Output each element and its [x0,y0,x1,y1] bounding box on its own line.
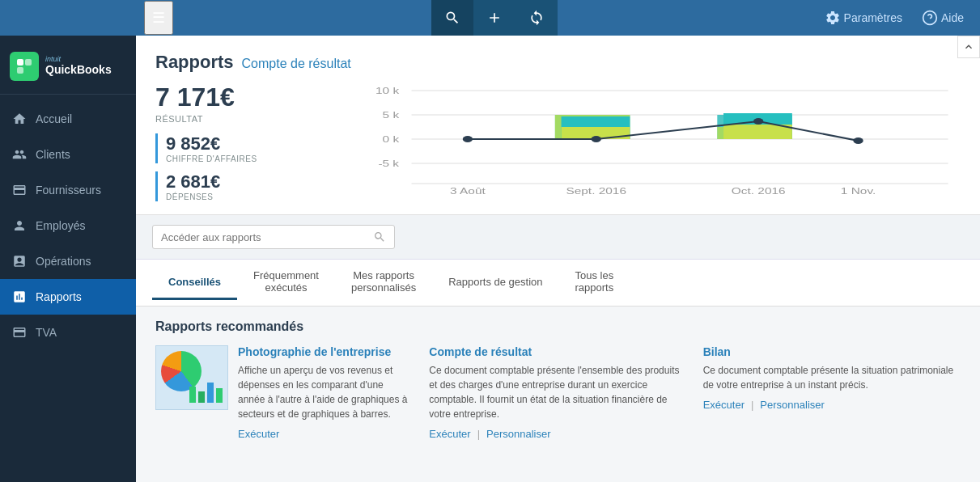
tab-tous-rapports[interactable]: Tous les rapports [559,260,630,306]
help-icon [922,10,938,26]
sidebar: intuit QuickBooks Accueil Clients [0,36,136,482]
chart-svg: 10 k 5 k 0 k -5 k [337,82,961,196]
add-nav-button[interactable] [473,0,515,36]
svg-rect-3 [17,67,23,74]
svg-text:Oct. 2016: Oct. 2016 [732,187,786,196]
tabs-bar: Conseillés Fréquemment exécutés Mes rapp… [136,260,980,307]
bar3 [207,383,214,403]
chart-row: 7 171€ RÉSULTAT 9 852€ CHIFFRE D'AFFAIRE… [155,82,961,201]
sidebar-item-employes[interactable]: Employés [0,208,136,243]
search-box [152,225,395,249]
content-area: Rapports Compte de résultat 7 171€ RÉSUL… [136,36,980,482]
sidebar-item-label: Opérations [36,255,91,268]
execute-action-bilan[interactable]: Exécuter [703,399,745,411]
report-card-compte: Compte de résultat Ce document comptable… [429,345,686,440]
svg-point-21 [463,136,473,142]
expenses-value: 2 681€ [166,171,317,192]
svg-rect-2 [25,59,32,66]
search-bar-area [136,215,980,260]
operations-icon [11,253,28,269]
sidebar-item-accueil[interactable]: Accueil [0,101,136,137]
expenses-stat: 2 681€ DÉPENSES [155,171,317,201]
sidebar-item-fournisseurs[interactable]: Fournisseurs [0,172,136,208]
report-cards: Photographie de l'entreprise Affiche un … [155,345,961,440]
revenue-stat: 9 852€ CHIFFRE D'AFFAIRES [155,133,317,163]
revenue-label: CHIFFRE D'AFFAIRES [166,154,317,163]
execute-action-compte[interactable]: Exécuter [429,428,470,440]
page-subtitle: Compte de résultat [242,57,351,71]
report-desc-photographie: Affiche un aperçu de vos revenus et dépe… [238,363,413,421]
svg-point-24 [853,137,863,144]
report-title-compte[interactable]: Compte de résultat [429,345,686,358]
tab-rapports-gestion[interactable]: Rapports de gestion [432,266,558,300]
settings-button[interactable]: Paramètres [817,0,910,36]
clients-icon [11,146,28,163]
nav-center-buttons [173,0,817,36]
recommended-section: Rapports recommandés [136,307,980,453]
main-layout: intuit QuickBooks Accueil Clients [0,36,980,482]
svg-point-22 [592,136,601,142]
report-title-photographie[interactable]: Photographie de l'entreprise [238,345,413,358]
tab-frequemment[interactable]: Fréquemment exécutés [237,260,335,306]
top-navigation: ☰ Paramètres Aide [0,0,980,36]
chart-section: Rapports Compte de résultat 7 171€ RÉSUL… [136,36,980,215]
sync-icon [528,10,545,26]
report-actions-bilan: Exécuter | Personnaliser [703,399,961,411]
section-title: Rapports recommandés [155,319,961,334]
tva-icon [11,324,28,340]
sidebar-item-rapports[interactable]: Rapports [0,279,136,315]
tab-conseilles[interactable]: Conseillés [152,266,237,300]
personalize-action-compte[interactable]: Personnaliser [486,428,551,440]
search-nav-button[interactable] [431,0,473,36]
svg-rect-1 [17,59,23,66]
main-stat: 7 171€ RÉSULTAT [155,82,317,124]
report-actions-compte: Exécuter | Personnaliser [429,428,686,440]
sidebar-item-label: Rapports [36,290,82,303]
sidebar-navigation: Accueil Clients Fournisseurs Employés [0,95,136,350]
svg-rect-20 [723,125,792,139]
report-desc-compte: Ce document comptable présente l'ensembl… [429,363,686,421]
help-button[interactable]: Aide [914,0,972,36]
bar-chart-icon [189,378,223,403]
svg-text:10 k: 10 k [375,87,400,96]
svg-text:1 Nov.: 1 Nov. [841,187,876,196]
chevron-up-icon [962,40,975,53]
revenue-value: 9 852€ [166,133,317,154]
sidebar-item-operations[interactable]: Opérations [0,243,136,279]
sidebar-item-clients[interactable]: Clients [0,137,136,172]
svg-text:0 k: 0 k [383,135,400,145]
search-input[interactable] [161,231,373,243]
top-nav-right: Paramètres Aide [817,0,972,36]
sidebar-item-label: TVA [36,326,57,339]
plus-icon [486,10,503,26]
help-label: Aide [941,11,964,24]
personalize-action-bilan[interactable]: Personnaliser [760,399,825,411]
sidebar-logo: intuit QuickBooks [0,44,136,95]
bar2 [198,391,205,403]
svg-text:-5 k: -5 k [378,159,399,169]
sidebar-item-label: Accueil [36,112,72,125]
svg-point-23 [753,118,763,125]
sidebar-item-tva[interactable]: TVA [0,315,136,350]
svg-text:5 k: 5 k [383,111,400,120]
home-icon [11,111,28,127]
main-stat-label: RÉSULTAT [155,114,317,124]
hamburger-button[interactable]: ☰ [144,1,173,35]
reports-section: Conseillés Fréquemment exécutés Mes rapp… [136,215,980,482]
expenses-label: DÉPENSES [166,192,317,201]
report-card-photographie: Photographie de l'entreprise Affiche un … [155,345,413,440]
svg-text:3 Août: 3 Août [450,187,486,196]
suppliers-icon [11,182,28,198]
sync-nav-button[interactable] [515,0,558,36]
search-icon [373,230,386,243]
collapse-button[interactable] [957,36,980,58]
execute-action-photographie[interactable]: Exécuter [238,428,279,440]
sidebar-item-label: Clients [36,148,70,161]
report-actions-photographie: Exécuter [238,428,413,440]
report-content-photographie: Photographie de l'entreprise Affiche un … [238,345,413,440]
report-title-bilan[interactable]: Bilan [703,345,961,358]
logo-text-area: intuit QuickBooks [45,56,112,77]
settings-label: Paramètres [844,11,902,24]
tab-mes-rapports[interactable]: Mes rapports personnalisés [335,260,432,306]
main-stat-value: 7 171€ [155,82,317,112]
